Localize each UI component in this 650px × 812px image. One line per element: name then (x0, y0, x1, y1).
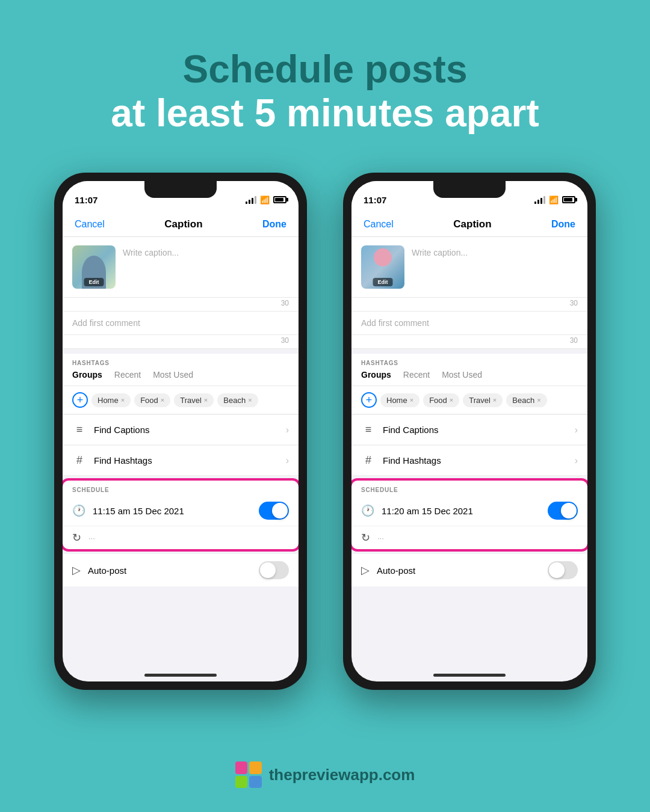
hashtags-label-right: HASHTAGS (351, 354, 587, 370)
tab-recent-left[interactable]: Recent (114, 370, 141, 380)
add-tag-button-left[interactable]: + (72, 392, 88, 408)
phone-frame-left: 11:07 📶 (54, 173, 307, 690)
tag-home-left[interactable]: Home × (91, 393, 131, 407)
home-indicator-left (144, 674, 217, 677)
find-captions-right[interactable]: ≡ Find Captions › (351, 415, 587, 445)
chevron-hashtags-right: › (575, 455, 578, 466)
edit-badge-left[interactable]: Edit (84, 278, 104, 286)
tag-travel-right[interactable]: Travel × (463, 393, 503, 407)
hash-icon-right: # (361, 454, 376, 467)
chevron-captions-left: › (286, 425, 289, 435)
phone-right: 11:07 📶 (343, 173, 596, 690)
comment-placeholder-right: Add first comment (361, 318, 429, 328)
tab-recent-right[interactable]: Recent (403, 370, 430, 380)
signal-icon-left (246, 196, 256, 204)
autopost-right: ▷ Auto-post (351, 554, 587, 586)
header-line1: Schedule posts (0, 48, 650, 90)
phone-frame-right: 11:07 📶 (343, 173, 596, 690)
logo-q1 (235, 761, 248, 774)
caption-input-left[interactable]: Write caption... (123, 245, 289, 289)
second-schedule-right: ↻ ··· (351, 526, 587, 549)
caption-area-left: Edit Write caption... (63, 237, 299, 298)
hashtag-tags-left: + Home × Food × Travel × Beach × (63, 386, 299, 414)
done-button-left[interactable]: Done (262, 219, 286, 230)
hashtag-tabs-left: Groups Recent Most Used (63, 370, 299, 386)
header-line2: at least 5 minutes apart (0, 90, 650, 137)
edit-badge-right[interactable]: Edit (373, 278, 393, 286)
nav-bar-right: Cancel Caption Done (351, 212, 587, 237)
caption-area-right: Edit Write caption... (351, 237, 587, 298)
schedule-row-left: 🕐 11:15 am 15 Dec 2021 (63, 496, 299, 526)
add-tag-button-right[interactable]: + (361, 392, 377, 408)
nav-bar-left: Cancel Caption Done (63, 212, 299, 237)
logo-q2 (249, 761, 262, 774)
lines-icon-left: ≡ (72, 423, 87, 436)
autopost-icon-left: ▷ (72, 564, 81, 577)
find-captions-left[interactable]: ≡ Find Captions › (63, 415, 299, 445)
tab-most-used-right[interactable]: Most Used (442, 370, 482, 380)
schedule-toggle-right[interactable] (548, 502, 578, 520)
schedule-section-right: SCHEDULE 🕐 11:20 am 15 Dec 2021 ↻ ··· (351, 481, 587, 549)
tag-food-left[interactable]: Food × (134, 393, 170, 407)
tab-groups-right[interactable]: Groups (361, 370, 391, 380)
hashtags-section-left: HASHTAGS Groups Recent Most Used + Home … (63, 354, 299, 414)
second-schedule-text-right: ··· (377, 534, 578, 543)
done-button-right[interactable]: Done (551, 219, 575, 230)
find-captions-label-left: Find Captions (94, 425, 279, 435)
wifi-icon-right: 📶 (549, 195, 559, 205)
tag-home-right[interactable]: Home × (380, 393, 419, 407)
caption-input-right[interactable]: Write caption... (412, 245, 578, 289)
notch-right (433, 181, 506, 198)
clock-icon-left: 🕐 (72, 504, 85, 517)
tag-beach-right[interactable]: Beach × (506, 393, 546, 407)
tag-beach-left[interactable]: Beach × (217, 393, 258, 407)
schedule-time-left[interactable]: 11:15 am 15 Dec 2021 (93, 506, 252, 516)
autopost-toggle-right[interactable] (548, 561, 578, 579)
logo-q4 (249, 776, 262, 789)
cancel-button-left[interactable]: Cancel (75, 219, 105, 230)
hash-icon-left: # (72, 454, 87, 467)
comment-char-count-right: 30 (351, 335, 587, 349)
chevron-hashtags-left: › (286, 455, 289, 466)
find-hashtags-left[interactable]: # Find Hashtags › (63, 446, 299, 476)
status-time-right: 11:07 (364, 195, 386, 205)
schedule-section-left: SCHEDULE 🕐 11:15 am 15 Dec 2021 ↻ ··· (63, 481, 299, 549)
find-hashtags-right[interactable]: # Find Hashtags › (351, 446, 587, 476)
tag-travel-left[interactable]: Travel × (174, 393, 214, 407)
find-hashtags-label-left: Find Hashtags (94, 455, 279, 466)
clock-icon-right: 🕐 (361, 504, 374, 517)
autopost-label-right: Auto-post (377, 565, 540, 576)
schedule-toggle-left[interactable] (259, 502, 289, 520)
logo-icon (235, 761, 262, 788)
tab-groups-left[interactable]: Groups (72, 370, 102, 380)
caption-char-count-right: 30 (351, 298, 587, 312)
autopost-icon-right: ▷ (361, 564, 370, 577)
schedule-label-right: SCHEDULE (351, 481, 587, 496)
phone-screen-right: 11:07 📶 (351, 181, 587, 681)
second-schedule-text-left: ··· (88, 534, 289, 543)
hashtag-tags-right: + Home × Food × Travel × Beach × (351, 386, 587, 414)
schedule-row-right: 🕐 11:20 am 15 Dec 2021 (351, 496, 587, 526)
home-indicator-right (433, 674, 506, 677)
battery-icon-left (273, 196, 286, 203)
tag-food-right[interactable]: Food × (423, 393, 459, 407)
status-icons-left: 📶 (246, 195, 286, 205)
chevron-captions-right: › (575, 425, 578, 435)
battery-icon-right (562, 196, 575, 203)
hashtag-tabs-right: Groups Recent Most Used (351, 370, 587, 386)
comment-area-left[interactable]: Add first comment (63, 312, 299, 335)
cancel-button-right[interactable]: Cancel (364, 219, 394, 230)
wifi-icon-left: 📶 (260, 195, 270, 205)
header-section: Schedule posts at least 5 minutes apart (0, 0, 650, 161)
hashtags-label-left: HASHTAGS (63, 354, 299, 370)
thumbnail-left: Edit (72, 245, 116, 289)
autopost-toggle-left[interactable] (259, 561, 289, 579)
status-icons-right: 📶 (534, 195, 575, 205)
find-captions-label-right: Find Captions (383, 425, 568, 435)
schedule-time-right[interactable]: 11:20 am 15 Dec 2021 (382, 506, 540, 516)
comment-area-right[interactable]: Add first comment (351, 312, 587, 335)
signal-icon-right (534, 196, 545, 204)
status-time-left: 11:07 (75, 195, 98, 205)
autopost-left: ▷ Auto-post (63, 554, 299, 586)
tab-most-used-left[interactable]: Most Used (153, 370, 193, 380)
